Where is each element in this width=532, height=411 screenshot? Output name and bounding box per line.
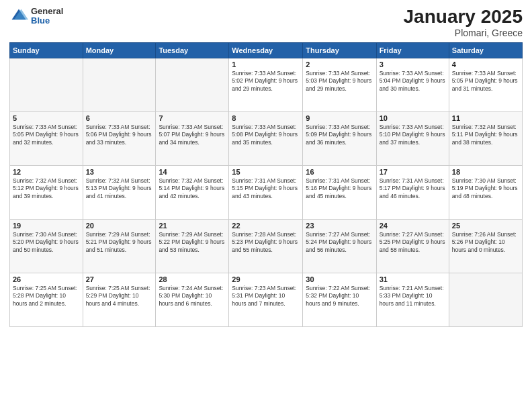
- day-info: Sunrise: 7:22 AM Sunset: 5:32 PM Dayligh…: [306, 285, 373, 308]
- header-monday: Monday: [83, 42, 156, 58]
- day-number: 8: [232, 114, 300, 122]
- page: General Blue January 2025 Plomari, Greec…: [0, 0, 532, 411]
- day-info: Sunrise: 7:25 AM Sunset: 5:28 PM Dayligh…: [13, 285, 80, 308]
- day-info: Sunrise: 7:21 AM Sunset: 5:33 PM Dayligh…: [380, 285, 446, 308]
- day-number: 18: [452, 168, 519, 176]
- header-friday: Friday: [376, 42, 449, 58]
- calendar-header-row: Sunday Monday Tuesday Wednesday Thursday…: [10, 42, 523, 58]
- logo: General Blue: [9, 7, 63, 26]
- table-row: 17Sunrise: 7:31 AM Sunset: 5:17 PM Dayli…: [376, 165, 449, 219]
- table-row: 30Sunrise: 7:22 AM Sunset: 5:32 PM Dayli…: [303, 273, 376, 326]
- calendar-subtitle: Plomari, Greece: [404, 28, 523, 38]
- day-number: 1: [232, 60, 300, 68]
- header-sunday: Sunday: [10, 42, 83, 58]
- day-info: Sunrise: 7:32 AM Sunset: 5:14 PM Dayligh…: [159, 177, 226, 200]
- day-info: Sunrise: 7:25 AM Sunset: 5:29 PM Dayligh…: [86, 285, 153, 308]
- day-number: 7: [159, 114, 226, 122]
- day-number: 26: [13, 275, 80, 283]
- table-row: [156, 58, 229, 111]
- day-info: Sunrise: 7:33 AM Sunset: 5:05 PM Dayligh…: [13, 124, 80, 146]
- day-info: Sunrise: 7:32 AM Sunset: 5:11 PM Dayligh…: [452, 124, 519, 146]
- table-row: [83, 58, 156, 111]
- day-info: Sunrise: 7:27 AM Sunset: 5:24 PM Dayligh…: [306, 231, 373, 254]
- day-number: 10: [380, 114, 446, 122]
- day-info: Sunrise: 7:26 AM Sunset: 5:26 PM Dayligh…: [452, 231, 519, 254]
- day-number: 13: [86, 168, 153, 176]
- table-row: 18Sunrise: 7:30 AM Sunset: 5:19 PM Dayli…: [449, 165, 522, 219]
- day-number: 25: [452, 222, 519, 230]
- day-info: Sunrise: 7:31 AM Sunset: 5:16 PM Dayligh…: [306, 177, 373, 200]
- table-row: 9Sunrise: 7:33 AM Sunset: 5:09 PM Daylig…: [303, 111, 376, 165]
- table-row: 10Sunrise: 7:33 AM Sunset: 5:10 PM Dayli…: [376, 111, 449, 165]
- day-number: 11: [452, 114, 519, 122]
- day-number: 9: [306, 114, 373, 122]
- title-block: January 2025 Plomari, Greece: [404, 7, 523, 38]
- calendar-week-row: 12Sunrise: 7:32 AM Sunset: 5:12 PM Dayli…: [10, 165, 523, 219]
- table-row: 4Sunrise: 7:33 AM Sunset: 5:05 PM Daylig…: [449, 58, 522, 111]
- header: General Blue January 2025 Plomari, Greec…: [9, 7, 523, 38]
- header-thursday: Thursday: [303, 42, 376, 58]
- table-row: 27Sunrise: 7:25 AM Sunset: 5:29 PM Dayli…: [83, 273, 156, 326]
- table-row: 31Sunrise: 7:21 AM Sunset: 5:33 PM Dayli…: [376, 273, 449, 326]
- table-row: 20Sunrise: 7:29 AM Sunset: 5:21 PM Dayli…: [83, 219, 156, 273]
- table-row: 21Sunrise: 7:29 AM Sunset: 5:22 PM Dayli…: [156, 219, 229, 273]
- table-row: 28Sunrise: 7:24 AM Sunset: 5:30 PM Dayli…: [156, 273, 229, 326]
- table-row: 7Sunrise: 7:33 AM Sunset: 5:07 PM Daylig…: [156, 111, 229, 165]
- table-row: 3Sunrise: 7:33 AM Sunset: 5:04 PM Daylig…: [376, 58, 449, 111]
- day-number: 19: [13, 222, 80, 230]
- calendar-table: Sunday Monday Tuesday Wednesday Thursday…: [9, 42, 523, 327]
- logo-icon: [9, 7, 28, 26]
- table-row: 29Sunrise: 7:23 AM Sunset: 5:31 PM Dayli…: [229, 273, 303, 326]
- day-info: Sunrise: 7:32 AM Sunset: 5:13 PM Dayligh…: [86, 177, 153, 200]
- day-number: 6: [86, 114, 153, 122]
- day-info: Sunrise: 7:27 AM Sunset: 5:25 PM Dayligh…: [380, 231, 446, 254]
- table-row: 24Sunrise: 7:27 AM Sunset: 5:25 PM Dayli…: [376, 219, 449, 273]
- logo-general-text: General: [31, 7, 63, 16]
- table-row: 26Sunrise: 7:25 AM Sunset: 5:28 PM Dayli…: [10, 273, 83, 326]
- day-info: Sunrise: 7:33 AM Sunset: 5:06 PM Dayligh…: [86, 124, 153, 146]
- day-number: 21: [159, 222, 226, 230]
- day-info: Sunrise: 7:30 AM Sunset: 5:19 PM Dayligh…: [452, 177, 519, 200]
- table-row: 16Sunrise: 7:31 AM Sunset: 5:16 PM Dayli…: [303, 165, 376, 219]
- table-row: 8Sunrise: 7:33 AM Sunset: 5:08 PM Daylig…: [229, 111, 303, 165]
- day-info: Sunrise: 7:33 AM Sunset: 5:08 PM Dayligh…: [232, 124, 300, 146]
- table-row: 23Sunrise: 7:27 AM Sunset: 5:24 PM Dayli…: [303, 219, 376, 273]
- table-row: 14Sunrise: 7:32 AM Sunset: 5:14 PM Dayli…: [156, 165, 229, 219]
- calendar-week-row: 19Sunrise: 7:30 AM Sunset: 5:20 PM Dayli…: [10, 219, 523, 273]
- table-row: 13Sunrise: 7:32 AM Sunset: 5:13 PM Dayli…: [83, 165, 156, 219]
- day-number: 17: [380, 168, 446, 176]
- day-info: Sunrise: 7:33 AM Sunset: 5:07 PM Dayligh…: [159, 124, 226, 146]
- header-saturday: Saturday: [449, 42, 522, 58]
- day-info: Sunrise: 7:30 AM Sunset: 5:20 PM Dayligh…: [13, 231, 80, 254]
- table-row: [449, 273, 522, 326]
- day-number: 30: [306, 275, 373, 283]
- logo-blue-text: Blue: [31, 16, 63, 26]
- day-info: Sunrise: 7:33 AM Sunset: 5:03 PM Dayligh…: [306, 70, 373, 93]
- day-info: Sunrise: 7:33 AM Sunset: 5:02 PM Dayligh…: [232, 70, 300, 93]
- day-info: Sunrise: 7:33 AM Sunset: 5:09 PM Dayligh…: [306, 124, 373, 146]
- table-row: 2Sunrise: 7:33 AM Sunset: 5:03 PM Daylig…: [303, 58, 376, 111]
- day-number: 12: [13, 168, 80, 176]
- day-number: 29: [232, 275, 300, 283]
- day-number: 20: [86, 222, 153, 230]
- table-row: [10, 58, 83, 111]
- day-number: 23: [306, 222, 373, 230]
- day-info: Sunrise: 7:23 AM Sunset: 5:31 PM Dayligh…: [232, 285, 300, 308]
- header-tuesday: Tuesday: [156, 42, 229, 58]
- calendar-week-row: 1Sunrise: 7:33 AM Sunset: 5:02 PM Daylig…: [10, 58, 523, 111]
- table-row: 6Sunrise: 7:33 AM Sunset: 5:06 PM Daylig…: [83, 111, 156, 165]
- logo-text: General Blue: [31, 7, 63, 26]
- day-number: 16: [306, 168, 373, 176]
- day-number: 24: [380, 222, 446, 230]
- day-info: Sunrise: 7:33 AM Sunset: 5:05 PM Dayligh…: [452, 70, 519, 93]
- table-row: 25Sunrise: 7:26 AM Sunset: 5:26 PM Dayli…: [449, 219, 522, 273]
- calendar-week-row: 5Sunrise: 7:33 AM Sunset: 5:05 PM Daylig…: [10, 111, 523, 165]
- day-number: 5: [13, 114, 80, 122]
- table-row: 1Sunrise: 7:33 AM Sunset: 5:02 PM Daylig…: [229, 58, 303, 111]
- day-number: 3: [380, 60, 446, 68]
- day-info: Sunrise: 7:31 AM Sunset: 5:17 PM Dayligh…: [380, 177, 446, 200]
- day-info: Sunrise: 7:33 AM Sunset: 5:10 PM Dayligh…: [380, 124, 446, 146]
- table-row: 12Sunrise: 7:32 AM Sunset: 5:12 PM Dayli…: [10, 165, 83, 219]
- header-wednesday: Wednesday: [229, 42, 303, 58]
- day-number: 2: [306, 60, 373, 68]
